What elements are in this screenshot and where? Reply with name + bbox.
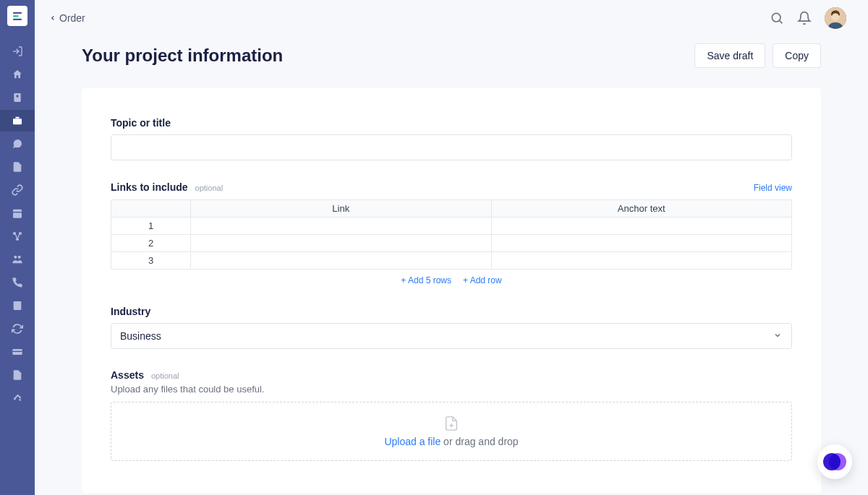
nav-profile[interactable] <box>0 87 35 108</box>
svg-rect-6 <box>13 210 22 218</box>
link-icon <box>12 184 23 196</box>
logo[interactable] <box>7 6 27 26</box>
svg-rect-2 <box>13 19 22 20</box>
home-icon <box>12 69 23 80</box>
field-view-toggle[interactable]: Field view <box>754 183 792 193</box>
svg-rect-0 <box>13 12 22 14</box>
dropzone-text: Upload a file or drag and drop <box>124 436 778 447</box>
nav-enter[interactable] <box>0 40 35 62</box>
profile-icon <box>12 92 23 103</box>
anchor-cell[interactable] <box>492 252 792 269</box>
svg-point-10 <box>16 238 19 241</box>
refresh-icon <box>12 323 23 335</box>
calendar-icon <box>12 207 23 219</box>
grid-header: Link Anchor text <box>111 200 791 217</box>
card-icon <box>12 346 23 358</box>
page-content: Your project information Save draft Copy… <box>35 0 868 495</box>
avatar[interactable] <box>825 7 846 29</box>
industry-label: Industry <box>111 306 150 317</box>
nav-card[interactable] <box>0 341 35 363</box>
chat-icon <box>12 138 23 150</box>
row-number: 3 <box>111 252 191 269</box>
copy-button[interactable]: Copy <box>773 43 821 68</box>
orb-icon <box>822 449 848 475</box>
col-header-link: Link <box>191 200 492 217</box>
assets-label: Assets <box>111 369 144 381</box>
add-row-button[interactable]: + Add row <box>463 275 502 285</box>
nav-file[interactable] <box>0 364 35 386</box>
anchor-cell[interactable] <box>492 235 792 251</box>
document-icon <box>12 161 23 173</box>
upload-rest: or drag and drop <box>441 436 518 447</box>
handshake-icon <box>12 392 23 404</box>
article-icon <box>12 300 23 311</box>
enter-icon <box>12 46 23 57</box>
col-header-number <box>111 200 191 217</box>
topbar: Order <box>35 0 868 36</box>
add-5-rows-button[interactable]: + Add 5 rows <box>401 275 451 285</box>
link-cell[interactable] <box>191 218 492 234</box>
row-number: 2 <box>111 235 191 251</box>
assets-helper: Upload any files that could be useful. <box>111 384 792 395</box>
nav-article[interactable] <box>0 295 35 317</box>
nav-home[interactable] <box>0 64 35 85</box>
avatar-icon <box>825 7 846 29</box>
nav-team[interactable] <box>0 249 35 270</box>
sidebar <box>0 0 35 495</box>
help-fab[interactable] <box>817 444 852 479</box>
industry-group: Industry Business <box>111 306 792 349</box>
nav-calendar[interactable] <box>0 202 35 224</box>
nav-document[interactable] <box>0 156 35 178</box>
svg-point-16 <box>772 13 780 22</box>
page-title: Your project information <box>82 46 283 66</box>
upload-link[interactable]: Upload a file <box>384 436 441 447</box>
svg-line-17 <box>780 21 783 24</box>
app-logo-icon <box>11 9 24 22</box>
breadcrumb-label: Order <box>59 12 85 24</box>
file-dropzone[interactable]: Upload a file or drag and drop <box>111 402 792 461</box>
breadcrumb-back[interactable]: Order <box>49 12 85 24</box>
svg-point-12 <box>18 256 21 259</box>
file-icon <box>12 369 23 381</box>
links-group: Links to include optional Field view Lin… <box>111 181 792 285</box>
page-header: Your project information Save draft Copy <box>82 43 821 68</box>
nav-chat[interactable] <box>0 133 35 155</box>
grid-actions: + Add 5 rows + Add row <box>111 270 792 285</box>
assets-optional-tag: optional <box>151 371 179 380</box>
notifications-button[interactable] <box>797 11 812 25</box>
industry-select[interactable]: Business <box>111 323 792 349</box>
svg-rect-1 <box>13 15 19 17</box>
search-button[interactable] <box>770 11 784 25</box>
nav-link[interactable] <box>0 179 35 201</box>
anchor-cell[interactable] <box>492 218 792 234</box>
row-number: 1 <box>111 218 191 234</box>
grid-row: 1 <box>111 217 791 234</box>
links-grid: Link Anchor text 1 2 3 <box>111 199 792 270</box>
nav-phone[interactable] <box>0 272 35 293</box>
grid-row: 2 <box>111 234 791 251</box>
grid-row: 3 <box>111 251 791 269</box>
topic-input[interactable] <box>111 134 792 160</box>
header-actions: Save draft Copy <box>694 43 821 68</box>
link-cell[interactable] <box>191 252 492 269</box>
link-cell[interactable] <box>191 235 492 251</box>
network-icon <box>12 231 23 242</box>
col-header-anchor: Anchor text <box>492 200 792 217</box>
nav-refresh[interactable] <box>0 318 35 340</box>
topic-group: Topic or title <box>111 117 792 160</box>
upload-file-icon <box>443 416 459 431</box>
save-draft-button[interactable]: Save draft <box>694 43 765 68</box>
search-icon <box>770 11 784 25</box>
links-label: Links to include <box>111 181 188 193</box>
phone-icon <box>12 277 23 288</box>
form-card: Topic or title Links to include optional… <box>82 88 821 493</box>
briefcase-icon <box>12 115 23 126</box>
nav-briefcase[interactable] <box>0 110 35 132</box>
svg-rect-13 <box>14 301 22 310</box>
nav-handshake[interactable] <box>0 387 35 409</box>
nav-network[interactable] <box>0 225 35 247</box>
assets-group: Assets optional Upload any files that co… <box>111 369 792 461</box>
chevron-left-icon <box>49 14 56 22</box>
bell-icon <box>797 11 812 25</box>
svg-rect-4 <box>14 93 20 102</box>
